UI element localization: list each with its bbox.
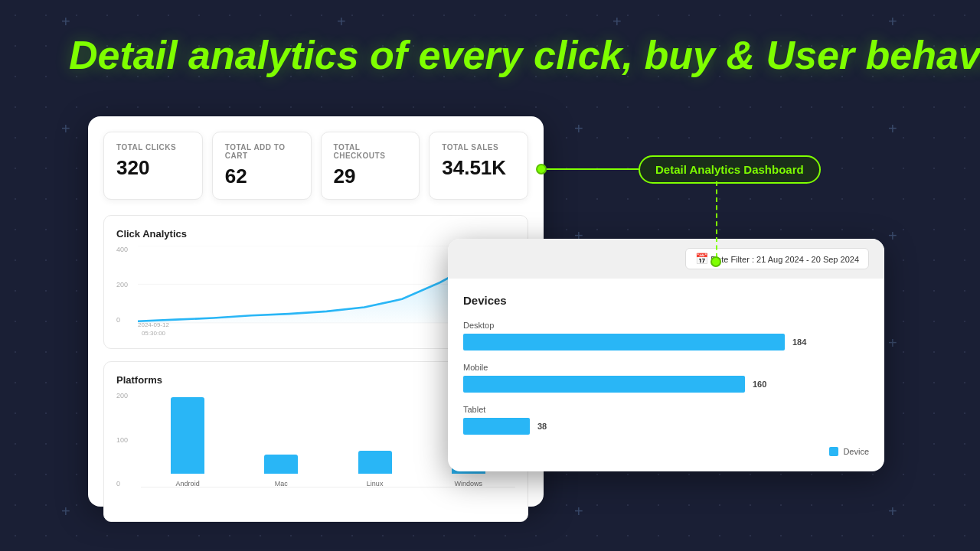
bar-android: Android [171,397,204,487]
x-label-1: 2024-09-12 05:30:00 [138,321,169,337]
plus-decoration: + [61,14,70,29]
plus-decoration: + [888,504,897,519]
device-row-mobile: Mobile 160 [463,363,869,393]
device-count-mobile: 160 [753,380,766,389]
plus-decoration: + [61,504,70,519]
plus-decoration: + [61,121,70,136]
plus-decoration: + [888,121,897,136]
bar-linux: Linux [358,451,392,487]
bar-android-fill [171,397,204,474]
stat-value-cart: 62 [225,165,299,188]
stat-value-clicks: 320 [116,156,190,180]
right-card-body: Devices Desktop 184 Mobile 160 Tablet 38 [448,279,884,471]
bar-mac: Mac [264,455,298,487]
device-bar-container-mobile: 160 [463,376,869,393]
device-bar-container-desktop: 184 [463,334,869,350]
device-bar-tablet [463,418,530,435]
bar-y-0: 0 [116,480,128,487]
stats-row: TOTAL CLICKS 320 TOTAL ADD TO CART 62 TO… [103,132,528,200]
legend-label: Device [843,447,869,456]
calendar-icon: 📅 [695,253,708,265]
detail-analytics-label: Detail Analytics Dashboard [639,155,821,184]
y-label-400: 400 [116,246,128,253]
bar-y-200: 200 [116,392,128,399]
connector-line-vertical [716,181,717,258]
plus-decoration: + [888,228,897,243]
stat-total-add-to-cart: TOTAL ADD TO CART 62 [212,132,312,200]
device-row-desktop: Desktop 184 [463,321,869,350]
hero-title: Detail analytics of every click, buy & U… [69,32,911,78]
y-label-200: 200 [116,281,128,289]
device-row-tablet: Tablet 38 [463,405,869,435]
bar-label-windows: Windows [455,480,483,487]
connector-line-horizontal [547,168,639,170]
plus-decoration: + [888,335,897,350]
plus-decoration: + [337,14,346,29]
device-name-mobile: Mobile [463,363,869,372]
connector-dot-left [536,164,547,174]
stat-value-sales: 34.51K [442,156,515,180]
date-filter-text: Date Filter : 21 Aug 2024 - 20 Sep 2024 [710,255,859,264]
legend-row: Device [463,447,869,456]
stat-total-checkouts: TOTAL CHECKOUTS 29 [321,132,420,200]
click-chart-title: Click Analytics [116,228,515,240]
bar-y-labels: 200 100 0 [116,392,128,487]
plus-decoration: + [574,504,583,519]
device-count-desktop: 184 [792,337,806,347]
connector-dot-bottom [710,256,721,267]
device-name-desktop: Desktop [463,321,869,330]
plus-decoration: + [888,14,897,29]
legend-dot [829,447,838,456]
y-label-0: 0 [116,316,128,324]
plus-decoration: + [612,14,622,29]
stat-total-sales: TOTAL SALES 34.51K [429,132,528,200]
plus-decoration: + [574,121,583,136]
bar-linux-fill [358,451,392,474]
device-bar-desktop [463,334,785,350]
right-analytics-card: 📅 Date Filter : 21 Aug 2024 - 20 Sep 202… [448,239,884,471]
stat-label-cart: TOTAL ADD TO CART [225,143,299,160]
device-bar-container-tablet: 38 [463,418,869,435]
device-count-tablet: 38 [537,422,547,431]
stat-total-clicks: TOTAL CLICKS 320 [103,132,203,200]
bar-mac-fill [264,455,298,474]
device-name-tablet: Tablet [463,405,869,414]
devices-title: Devices [463,294,869,307]
right-card-header: 📅 Date Filter : 21 Aug 2024 - 20 Sep 202… [448,239,884,279]
bar-label-android: Android [176,480,200,487]
device-bar-mobile [463,376,745,393]
stat-label-checkouts: TOTAL CHECKOUTS [334,143,407,160]
stat-label-clicks: TOTAL CLICKS [116,143,190,152]
chart-y-labels: 400 200 0 [116,246,128,337]
stat-value-checkouts: 29 [334,165,407,188]
bar-label-mac: Mac [275,480,288,487]
bar-y-100: 100 [116,436,128,444]
bar-label-linux: Linux [367,480,384,487]
stat-label-sales: TOTAL SALES [442,143,515,152]
